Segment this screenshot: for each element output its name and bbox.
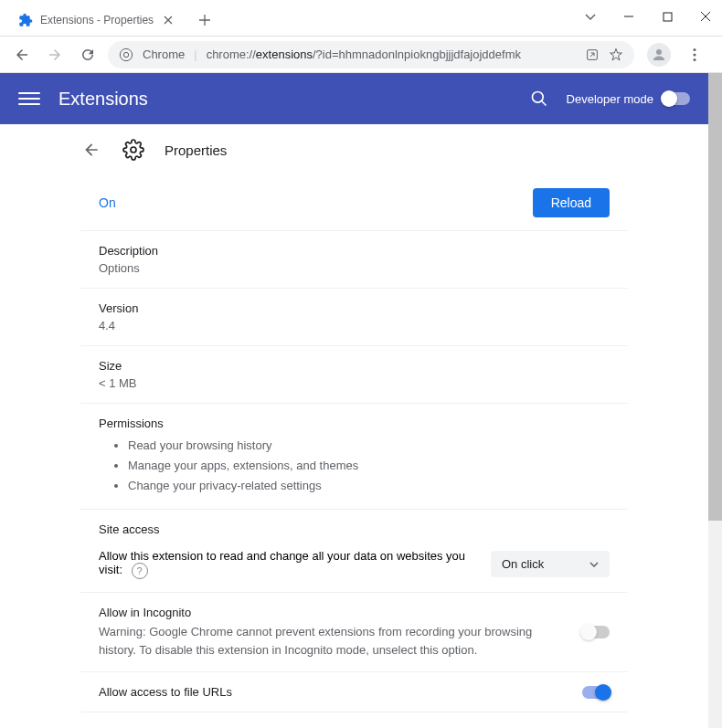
site-access-select[interactable]: On click	[491, 551, 610, 577]
status-text: On	[99, 195, 116, 210]
extensions-header: Extensions Developer mode	[0, 73, 708, 124]
chrome-icon	[119, 47, 133, 62]
window-controls	[581, 7, 715, 26]
incognito-label: Allow in Incognito	[99, 606, 564, 619]
svg-point-5	[694, 48, 696, 51]
browser-tab[interactable]: Extensions - Properties	[7, 5, 186, 36]
details-header: Properties	[80, 124, 628, 175]
forward-button[interactable]	[42, 42, 68, 68]
size-label: Size	[99, 359, 610, 373]
omnibox-scheme-label: Chrome	[143, 47, 185, 61]
back-button[interactable]	[9, 42, 35, 68]
reload-extension-button[interactable]: Reload	[533, 188, 610, 217]
chevron-down-icon	[589, 562, 599, 567]
size-row: Size < 1 MB	[80, 346, 628, 404]
content-area: PCrisk.com Extensions Developer mode Pro…	[0, 73, 708, 728]
scrollbar-thumb[interactable]	[708, 73, 722, 521]
omnibox-url: chrome://extensions/?id=hhmnadonlnpiokng…	[207, 47, 576, 61]
description-label: Description	[99, 244, 610, 258]
version-row: Version 4.4	[80, 289, 628, 346]
minimize-button[interactable]	[620, 7, 638, 26]
version-value: 4.4	[99, 319, 610, 332]
incognito-row: Allow in Incognito Warning: Google Chrom…	[80, 593, 628, 672]
share-icon[interactable]	[585, 47, 600, 62]
browser-titlebar: Extensions - Properties	[0, 0, 722, 37]
incognito-toggle[interactable]	[582, 626, 610, 638]
scrollbar[interactable]	[708, 73, 722, 728]
new-tab-button[interactable]	[192, 7, 218, 33]
reload-button[interactable]	[75, 42, 101, 68]
omnibox-separator: |	[194, 47, 196, 61]
svg-point-9	[131, 147, 136, 153]
svg-point-6	[694, 53, 696, 56]
extensions-title: Extensions	[58, 89, 530, 110]
developer-mode-label: Developer mode	[567, 92, 653, 106]
source-row: Source Unpacked extension Loaded from: ~…	[80, 712, 628, 728]
file-urls-row: Allow access to file URLs	[80, 672, 628, 712]
page-title: Properties	[165, 142, 227, 158]
close-window-button[interactable]	[696, 7, 715, 26]
svg-point-7	[694, 58, 696, 61]
site-access-label: Site access	[99, 522, 610, 536]
svg-point-2	[123, 52, 128, 57]
address-bar[interactable]: Chrome | chrome://extensions/?id=hhmnado…	[108, 41, 634, 69]
profile-avatar[interactable]	[647, 43, 671, 67]
toolbar-right	[642, 42, 713, 68]
svg-point-4	[656, 49, 662, 55]
incognito-warning: Warning: Google Chrome cannot prevent ex…	[99, 623, 564, 659]
permissions-row: Permissions Read your browsing history M…	[80, 404, 628, 510]
toggle-switch[interactable]	[663, 92, 690, 105]
svg-rect-0	[664, 13, 672, 21]
search-icon[interactable]	[530, 90, 548, 108]
description-row: Description Options	[80, 231, 628, 289]
bookmark-icon[interactable]	[609, 47, 623, 62]
site-access-section: Site access Allow this extension to read…	[80, 510, 628, 593]
menu-icon[interactable]	[18, 88, 40, 110]
extension-icon	[18, 13, 33, 27]
permissions-label: Permissions	[99, 417, 610, 430]
developer-mode-toggle[interactable]: Developer mode	[567, 92, 690, 106]
help-icon[interactable]: ?	[132, 563, 148, 579]
size-value: < 1 MB	[99, 376, 610, 390]
back-arrow-icon[interactable]	[80, 139, 102, 161]
description-value: Options	[99, 261, 610, 275]
permission-item: Change your privacy-related settings	[128, 476, 610, 496]
menu-button[interactable]	[682, 42, 707, 68]
tab-title: Extensions - Properties	[40, 14, 154, 26]
chevron-down-icon[interactable]	[581, 7, 600, 26]
file-urls-label: Allow access to file URLs	[99, 685, 232, 699]
gear-icon	[121, 137, 146, 163]
svg-point-1	[120, 48, 132, 60]
file-urls-toggle[interactable]	[582, 686, 610, 699]
viewport: PCrisk.com Extensions Developer mode Pro…	[0, 73, 722, 728]
maximize-button[interactable]	[658, 7, 676, 26]
permissions-list: Read your browsing history Manage your a…	[99, 436, 610, 496]
site-access-text: Allow this extension to read and change …	[99, 549, 472, 579]
browser-toolbar: Chrome | chrome://extensions/?id=hhmnado…	[0, 37, 722, 73]
details-card: On Reload Description Options Version 4.…	[80, 175, 628, 728]
svg-point-8	[532, 92, 543, 103]
extension-details: Properties On Reload Description Options…	[0, 124, 708, 728]
version-label: Version	[99, 301, 610, 315]
permission-item: Read your browsing history	[128, 436, 610, 456]
status-row: On Reload	[80, 175, 628, 231]
permission-item: Manage your apps, extensions, and themes	[128, 456, 610, 476]
site-access-value: On click	[502, 557, 544, 571]
close-icon[interactable]	[161, 13, 175, 27]
